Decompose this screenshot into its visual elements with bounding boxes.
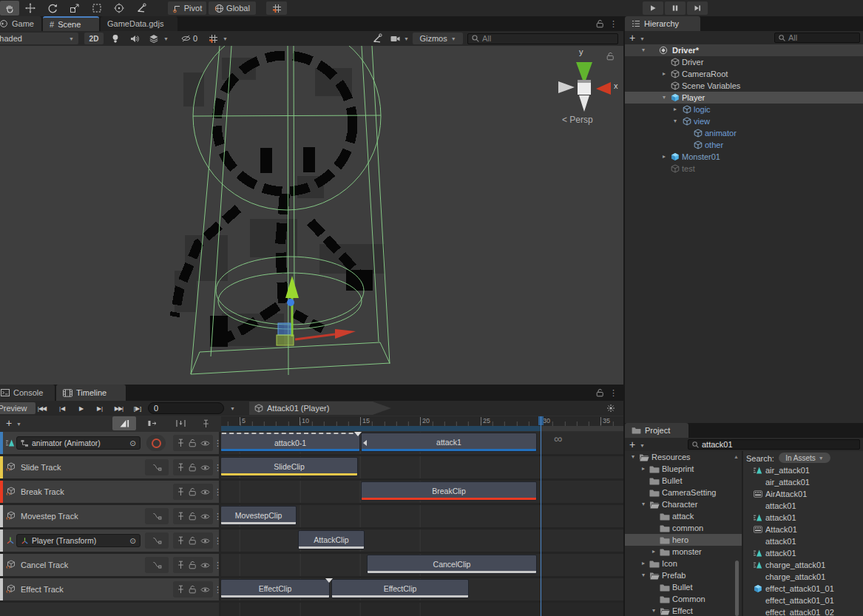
track-header-player[interactable]: Player (Transform) ⊙ ⋮ (0, 529, 219, 552)
pin-icon[interactable] (177, 512, 184, 521)
pause-button[interactable] (665, 1, 686, 15)
hierarchy-item-view[interactable]: ▾ view (625, 115, 863, 127)
clip-attack1[interactable]: attack1 (361, 433, 537, 452)
curves-toggle-button[interactable] (145, 459, 169, 475)
lock-icon[interactable] (189, 463, 197, 472)
tree-item-prefab[interactable]: ▾ Prefab (625, 569, 742, 581)
search-scope-dropdown[interactable]: In Assets ▼ (779, 453, 830, 463)
scroll-up-icon[interactable]: ▲ (734, 451, 739, 463)
foldout-icon[interactable]: ▸ (671, 104, 679, 115)
hierarchy-item-monster01[interactable]: ▸ Monster01 (625, 151, 863, 163)
tree-item-prefab-common[interactable]: Common (625, 593, 742, 605)
project-search-input[interactable]: attack01 (688, 439, 860, 450)
eye-icon[interactable] (200, 513, 210, 520)
pin-icon[interactable] (177, 439, 184, 447)
play-range-button[interactable]: [▶] (130, 402, 145, 414)
tree-item-character[interactable]: ▾ Character (625, 498, 742, 510)
grid-chevron-icon[interactable]: ▼ (223, 36, 228, 41)
hierarchy-item-animator[interactable]: animator (625, 127, 863, 139)
result-row[interactable]: effect_attack01_02 (743, 606, 863, 616)
eye-icon[interactable] (200, 538, 210, 544)
scene-tools-button[interactable] (370, 33, 385, 44)
tab-project[interactable]: Project (625, 423, 688, 438)
effects-chevron-icon[interactable]: ▼ (163, 36, 169, 41)
lock-icon[interactable] (189, 536, 197, 545)
next-frame-button[interactable]: ▶| (92, 402, 108, 414)
axis-y-label[interactable]: y (579, 46, 583, 58)
result-row[interactable]: air_attack01 (743, 476, 863, 488)
animator-binding-field[interactable]: animator (Animator) ⊙ (16, 436, 141, 450)
pin-icon[interactable] (177, 487, 184, 496)
vertical-panel-divider[interactable] (623, 16, 625, 616)
object-picker-icon[interactable]: ⊙ (129, 536, 136, 545)
create-chevron-icon[interactable]: ▼ (640, 36, 645, 41)
foldout-icon[interactable]: ▾ (660, 92, 668, 104)
tree-item-common[interactable]: common (625, 522, 742, 534)
clip-break[interactable]: BreakClip (361, 481, 537, 501)
result-row[interactable]: attack01 (743, 512, 863, 524)
clip-slide[interactable]: SlideClip (221, 457, 358, 476)
timeline-menu-icon[interactable]: ⋮ (609, 388, 617, 397)
tree-item-camerasetting[interactable]: CameraSetting (625, 487, 742, 498)
foldout-icon[interactable]: ▾ (640, 498, 647, 510)
rect-tool-button[interactable] (87, 1, 106, 16)
result-row[interactable]: effect_attack01_01 (743, 595, 863, 606)
eye-icon[interactable] (200, 464, 210, 471)
hierarchy-item-driver[interactable]: Driver (625, 56, 863, 68)
scene-lock-icon[interactable] (596, 19, 604, 28)
breadcrumb[interactable]: Attack01 (Player) (249, 402, 391, 415)
persp-toggle[interactable]: < Persp (562, 114, 593, 126)
hierarchy-item-test[interactable]: test (625, 163, 863, 175)
tree-item-resources[interactable]: ▾ Resources (625, 451, 742, 463)
eye-icon[interactable] (200, 440, 210, 447)
hidden-objects-button[interactable]: 0 (176, 33, 203, 44)
hierarchy-item-cameraroot[interactable]: ▸ CameraRoot (625, 68, 863, 80)
replace-mode-button[interactable] (198, 416, 213, 430)
step-button[interactable] (687, 1, 708, 15)
grid-snap-button[interactable] (266, 1, 287, 15)
foldout-icon[interactable]: ▾ (650, 605, 657, 616)
result-row[interactable]: air_attack01 (743, 464, 863, 476)
tab-timeline[interactable]: Timeline (56, 385, 126, 401)
player-binding-field[interactable]: Player (Transform) ⊙ (16, 534, 141, 547)
lock-icon[interactable] (189, 585, 197, 594)
preview-toggle-button[interactable]: Preview (0, 402, 35, 414)
gizmos-dropdown[interactable]: Gizmos ▼ (413, 33, 463, 44)
foldout-icon[interactable]: ▾ (671, 115, 679, 127)
timeline-lock-icon[interactable] (596, 388, 604, 397)
tree-item-prefab-bullet[interactable]: Bullet (625, 581, 742, 593)
hand-tool-button[interactable] (0, 1, 19, 16)
result-row[interactable]: attack01 (743, 535, 863, 547)
foldout-icon[interactable]: ▸ (640, 558, 647, 569)
add-track-chevron-icon[interactable]: ▼ (16, 422, 21, 427)
tree-item-monster[interactable]: ▸ monster (625, 546, 742, 558)
clip-attack0-1[interactable]: attack0-1 (221, 433, 360, 452)
tree-scrollbar-thumb[interactable] (735, 561, 739, 616)
tree-item-effect[interactable]: ▾ Effect (625, 605, 742, 616)
axis-x-label[interactable]: x (614, 80, 618, 92)
eye-icon[interactable] (200, 586, 210, 593)
mix-mode-button[interactable] (141, 416, 164, 430)
create-asset-button[interactable]: + (629, 439, 635, 450)
tab-game[interactable]: Game (0, 16, 41, 31)
clip-effect-1[interactable]: EffectClip (221, 579, 330, 598)
track-header-effect[interactable]: Effect Track ⋮ (0, 578, 219, 600)
tab-console[interactable]: Console (0, 385, 55, 401)
hierarchy-item-player[interactable]: ▾ Player (625, 92, 863, 104)
scene-camera-button[interactable] (387, 33, 402, 44)
result-row[interactable]: attack01 (743, 547, 863, 559)
result-row[interactable]: attack01 (743, 500, 863, 512)
clip-effect-2[interactable]: EffectClip (331, 579, 469, 598)
custom-tools-button[interactable] (132, 1, 151, 16)
timeline-play-button[interactable]: ▶ (73, 402, 89, 414)
scale-tool-button[interactable] (65, 1, 84, 16)
foldout-icon[interactable]: ▾ (640, 44, 647, 56)
track-header-animator[interactable]: animator (Animator) ⊙ ⋮ (0, 432, 219, 454)
rotate-tool-button[interactable] (43, 1, 62, 16)
curves-toggle-button[interactable] (145, 532, 169, 549)
lock-icon[interactable] (189, 487, 197, 496)
tree-item-hero[interactable]: hero (625, 534, 742, 546)
camera-chevron-icon[interactable]: ▼ (404, 36, 409, 41)
tree-item-blueprint[interactable]: ▸ Blueprint (625, 463, 742, 475)
scene-lighting-button[interactable] (108, 33, 123, 44)
